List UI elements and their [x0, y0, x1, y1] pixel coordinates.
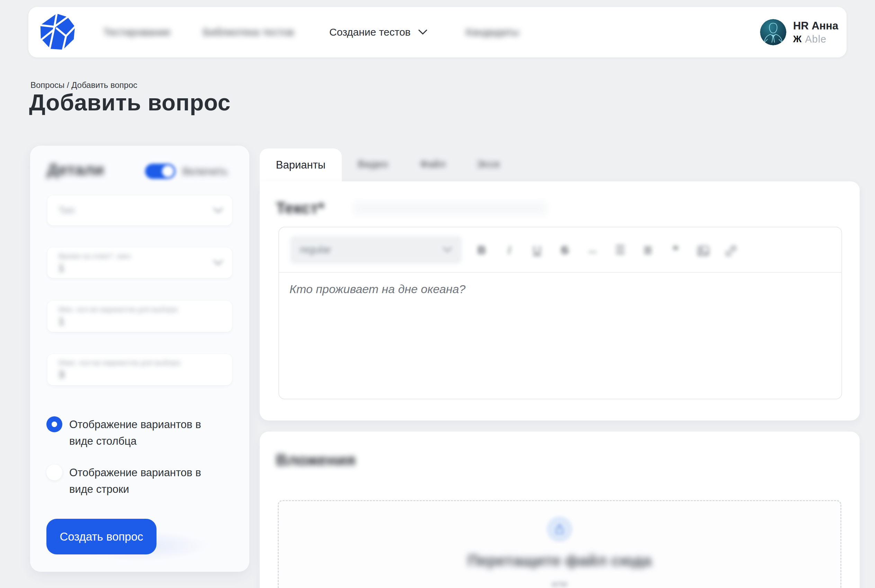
page-title: Добавить вопрос: [29, 89, 231, 116]
attachments-card: Вложения Перетащите файл сюда или: [260, 432, 860, 588]
org-name: Able: [805, 34, 827, 45]
tab-essay[interactable]: Эссе: [477, 158, 500, 170]
radio-display-row[interactable]: Отображение вариантов в виде строки: [47, 465, 233, 498]
text-style-select[interactable]: regular: [290, 236, 462, 264]
top-nav: Тестирование Библиотека тестов Создание …: [29, 7, 846, 57]
blurred-strip: [353, 201, 547, 215]
details-panel: Детали Включить Тип Время на ответ*, мин…: [30, 146, 249, 572]
rich-text-editor: regular B I U S ↔ ☰ ≣ ❝: [278, 226, 842, 399]
tab-file[interactable]: Файл: [420, 158, 446, 170]
answer-time-label: Время на ответ*, мин: [59, 252, 131, 260]
type-select[interactable]: Тип: [47, 195, 232, 225]
answer-time-select[interactable]: Время на ответ*, мин 1: [47, 248, 232, 278]
chevron-down-icon: [213, 208, 223, 213]
breadcrumb[interactable]: Вопросы / Добавить вопрос: [30, 80, 137, 90]
toggle-knob: [162, 165, 174, 177]
variants-card: Текст* regular B I U S ↔ ☰ ≣ ❝: [260, 182, 860, 420]
ordered-list-icon[interactable]: ≣: [634, 236, 662, 264]
answer-time-value: 1: [59, 262, 65, 274]
user-menu[interactable]: HR Анна Ж Able: [760, 19, 838, 45]
details-title: Детали: [47, 160, 104, 179]
max-options-label: Макс. кол-во вариантов для выбора: [59, 358, 180, 367]
user-name: HR Анна: [793, 20, 838, 32]
link-icon[interactable]: [717, 236, 745, 264]
underline-icon[interactable]: U: [523, 236, 551, 264]
editor-toolbar: regular B I U S ↔ ☰ ≣ ❝: [279, 227, 841, 273]
attachments-title: Вложения: [276, 451, 356, 469]
chevron-down-icon: [418, 29, 427, 35]
text-style-value: regular: [300, 244, 331, 255]
radio-display-column[interactable]: Отображение вариантов в виде столбца: [47, 416, 233, 450]
nav-item-candidates[interactable]: Кандидаты: [466, 26, 519, 38]
chevron-down-icon: [213, 260, 223, 266]
italic-icon[interactable]: I: [496, 236, 523, 264]
min-options-field[interactable]: Мин. кол-во вариантов для выбора 1: [47, 301, 232, 332]
radio-selected-icon: [47, 416, 62, 432]
max-options-field[interactable]: Макс. кол-во вариантов для выбора 3: [47, 354, 232, 385]
bullet-list-icon[interactable]: ☰: [606, 236, 634, 264]
text-section-title: Текст*: [276, 199, 325, 218]
user-info: HR Анна Ж Able: [793, 20, 838, 45]
editor-text-area[interactable]: Кто проживает на дне океана?: [279, 273, 841, 399]
enable-toggle-label: Включить: [182, 166, 227, 177]
dropzone-title: Перетащите файл сюда: [468, 552, 651, 570]
image-icon[interactable]: [689, 236, 717, 264]
max-options-value: 3: [59, 369, 65, 380]
bold-icon[interactable]: B: [468, 236, 496, 264]
type-select-placeholder: Тип: [59, 205, 75, 216]
create-question-button[interactable]: Создать вопрос: [47, 519, 156, 554]
nav-item-test-creation[interactable]: Создание тестов: [329, 26, 427, 38]
avatar: [760, 19, 786, 45]
tab-video[interactable]: Видео: [358, 158, 388, 170]
nav-item-testing[interactable]: Тестирование: [103, 26, 171, 38]
dropzone-or-label: или: [552, 579, 568, 588]
upload-icon: [547, 516, 572, 542]
toolbar-icons: B I U S ↔ ☰ ≣ ❝: [468, 236, 745, 264]
nav-item-test-creation-label: Создание тестов: [329, 26, 410, 38]
radio-unselected-icon: [47, 465, 62, 480]
editor-placeholder: Кто проживает на дне океана?: [289, 282, 465, 296]
nav-item-test-library[interactable]: Библиотека тестов: [203, 26, 294, 38]
strikethrough-icon[interactable]: S: [551, 236, 579, 264]
code-icon[interactable]: ↔: [579, 236, 606, 264]
able-logo-icon: Ж: [793, 34, 801, 45]
tab-variants[interactable]: Варианты: [260, 148, 342, 182]
chevron-down-icon: [443, 247, 452, 252]
quote-icon[interactable]: ❝: [662, 236, 689, 264]
min-options-label: Мин. кол-во вариантов для выбора: [59, 305, 177, 314]
enable-toggle[interactable]: [145, 164, 176, 179]
app-logo-icon[interactable]: [38, 13, 77, 52]
min-options-value: 1: [59, 315, 65, 327]
radio-display-column-label: Отображение вариантов в виде столбца: [69, 416, 218, 450]
radio-display-row-label: Отображение вариантов в виде строки: [69, 465, 218, 498]
file-dropzone[interactable]: Перетащите файл сюда или: [278, 500, 841, 588]
